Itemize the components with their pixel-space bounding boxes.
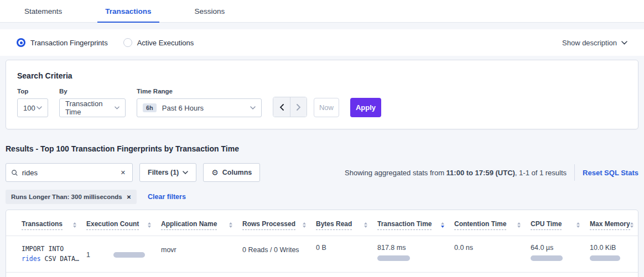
results-heading: Results - Top 100 Transaction Fingerprin… xyxy=(6,144,638,153)
max-memory-bar xyxy=(590,255,620,261)
cell-application-name: movr xyxy=(161,236,242,272)
search-box: ✕ xyxy=(6,163,133,182)
search-input[interactable] xyxy=(22,169,120,177)
sort-icon[interactable] xyxy=(517,222,521,228)
column-header-max-memory[interactable]: Max Memory xyxy=(590,213,643,236)
view-toggle-band: Transaction Fingerprints Active Executio… xyxy=(0,29,644,56)
search-criteria-title: Search Criteria xyxy=(17,71,627,80)
tab-statements[interactable]: Statements xyxy=(17,2,70,22)
chevron-right-icon xyxy=(297,104,301,111)
chevron-left-icon xyxy=(279,104,284,111)
chevron-down-icon xyxy=(621,41,627,45)
radio-active-executions[interactable]: Active Executions xyxy=(123,38,194,47)
vertical-divider xyxy=(574,164,575,181)
column-header-cpu-time[interactable]: CPU Time xyxy=(531,213,590,236)
chevron-down-icon xyxy=(183,171,188,174)
transactions-page: Statements Transactions Sessions Transac… xyxy=(0,0,644,277)
table-row: IMPORT INTO rides CSV DATA… 1 movr 0 Rea… xyxy=(6,236,638,272)
sort-icon[interactable] xyxy=(364,222,367,228)
columns-button[interactable]: ⚙ Columns xyxy=(203,163,260,182)
chevron-down-icon xyxy=(115,106,120,109)
column-header-bytes-read[interactable]: Bytes Read xyxy=(316,213,377,236)
by-select[interactable]: Transaction Time xyxy=(59,98,126,117)
filters-button[interactable]: Filters (1) xyxy=(139,163,196,182)
chevron-down-icon xyxy=(250,106,256,109)
top-field: Top 100 xyxy=(17,88,48,117)
radio-transaction-fingerprints[interactable]: Transaction Fingerprints xyxy=(17,38,108,47)
columns-button-label: Columns xyxy=(222,169,252,176)
top-select-value: 100 xyxy=(23,104,35,112)
clear-search-icon[interactable]: ✕ xyxy=(120,168,127,177)
cell-max-memory: 10.0 KiB xyxy=(590,236,638,272)
radio-unselected-icon xyxy=(123,38,132,47)
search-icon xyxy=(12,169,18,176)
sort-icon[interactable] xyxy=(630,222,633,228)
column-header-rows-processed[interactable]: Rows Processed xyxy=(242,213,316,236)
table-name-link[interactable]: rides xyxy=(22,255,41,263)
tab-transactions[interactable]: Transactions xyxy=(97,2,159,22)
sort-icon-active-desc[interactable] xyxy=(441,222,444,228)
gear-icon: ⚙ xyxy=(211,169,219,176)
aggregated-stats-text: Showing aggregated stats from 11:00 to 1… xyxy=(345,169,567,177)
cell-rows-processed: 0 Reads / 0 Writes xyxy=(242,236,316,272)
stats-time-range: 11:00 to 17:59 (UTC) xyxy=(446,169,515,177)
sort-icon[interactable] xyxy=(148,222,151,228)
column-header-transaction-time[interactable]: Transaction Time xyxy=(377,213,454,236)
transaction-time-bar xyxy=(377,255,410,261)
show-description-label: Show description xyxy=(562,39,617,47)
sort-icon[interactable] xyxy=(577,222,580,228)
filter-chip-row: Runs Longer Than: 300 milliseconds ✕ Cle… xyxy=(6,190,638,204)
time-range-value: Past 6 Hours xyxy=(162,104,204,112)
chevron-down-icon xyxy=(37,106,42,109)
column-header-transactions[interactable]: Transactions xyxy=(22,213,86,236)
top-label: Top xyxy=(17,88,48,95)
table-header-row: Transactions Execution Count Application… xyxy=(6,213,638,236)
by-select-value: Transaction Time xyxy=(65,100,115,116)
cell-transaction-fingerprint[interactable]: IMPORT INTO rides CSV DATA… xyxy=(22,236,86,272)
radio-label: Active Executions xyxy=(137,39,194,47)
cell-execution-count: 1 xyxy=(86,236,161,272)
now-button[interactable]: Now xyxy=(314,98,339,117)
filter-chip-label: Runs Longer Than: 300 milliseconds xyxy=(11,194,122,200)
by-field: By Transaction Time xyxy=(59,88,126,117)
by-label: By xyxy=(59,88,126,95)
time-range-badge: 6h xyxy=(143,103,157,112)
cpu-time-bar xyxy=(531,255,563,261)
tab-sessions[interactable]: Sessions xyxy=(187,2,233,22)
radio-selected-icon xyxy=(17,38,25,47)
results-table-card: Transactions Execution Count Application… xyxy=(6,210,638,277)
column-header-application-name[interactable]: Application Name xyxy=(161,213,242,236)
filters-button-label: Filters (1) xyxy=(148,169,179,176)
time-range-label: Time Range xyxy=(137,88,262,95)
time-range-select[interactable]: 6h Past 6 Hours xyxy=(137,98,262,117)
top-select[interactable]: 100 xyxy=(17,98,48,117)
column-header-execution-count[interactable]: Execution Count xyxy=(86,213,161,236)
reset-sql-stats-link[interactable]: Reset SQL Stats xyxy=(583,169,638,177)
tab-bar: Statements Transactions Sessions xyxy=(0,0,644,23)
remove-filter-icon[interactable]: ✕ xyxy=(127,194,131,200)
cell-transaction-time: 817.8 ms xyxy=(377,236,454,272)
next-time-button[interactable] xyxy=(290,97,307,117)
cell-cpu-time: 64.0 µs xyxy=(531,236,590,272)
clear-filters-link[interactable]: Clear filters xyxy=(148,193,186,201)
search-criteria-card: Search Criteria Top 100 By Transaction T… xyxy=(6,60,638,129)
show-description-toggle[interactable]: Show description xyxy=(562,39,627,47)
column-header-contention-time[interactable]: Contention Time xyxy=(454,213,531,236)
sort-icon[interactable] xyxy=(73,222,76,228)
sort-icon[interactable] xyxy=(229,222,232,228)
cell-bytes-read: 0 B xyxy=(316,236,377,272)
sort-icon[interactable] xyxy=(303,222,306,228)
execution-count-bar xyxy=(113,252,145,258)
results-controls: ✕ Filters (1) ⚙ Columns Showing aggregat… xyxy=(6,163,638,182)
prev-time-button[interactable] xyxy=(273,97,290,117)
radio-label: Transaction Fingerprints xyxy=(30,39,108,47)
apply-button[interactable]: Apply xyxy=(350,98,381,117)
time-range-field: Time Range 6h Past 6 Hours xyxy=(137,88,262,117)
time-range-stepper xyxy=(273,97,307,117)
filter-chip: Runs Longer Than: 300 milliseconds ✕ xyxy=(6,190,137,204)
cell-contention-time: 0.0 ns xyxy=(454,236,531,272)
